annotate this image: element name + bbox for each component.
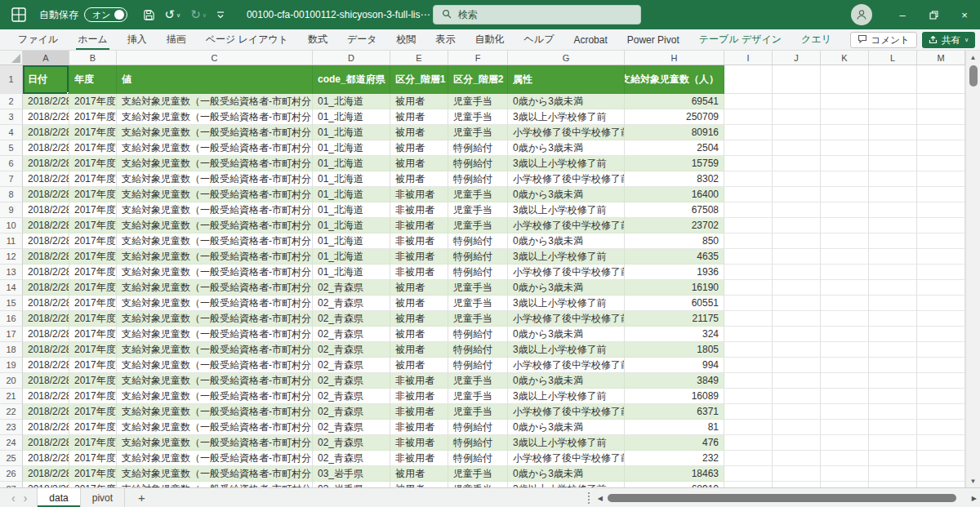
cell[interactable]: 02_青森県 xyxy=(313,358,390,373)
cell[interactable]: 01_北海道 xyxy=(313,187,390,202)
scroll-right-icon[interactable]: ▶ xyxy=(972,495,977,502)
cell[interactable] xyxy=(724,202,773,218)
cell[interactable]: 2018/2/28 xyxy=(23,94,69,109)
cell[interactable] xyxy=(917,435,965,451)
cell[interactable]: 小学校修了後中学校修了前 xyxy=(508,404,625,420)
cell[interactable]: 80916 xyxy=(625,125,724,140)
cell[interactable]: 2018/2/28 xyxy=(23,233,69,249)
cell[interactable] xyxy=(773,435,821,451)
cell[interactable]: 支給対象児童数（一般受給資格者-市町村分） xyxy=(117,280,313,296)
cell[interactable]: 非被用者 xyxy=(390,451,448,466)
ribbon-tab-ヘルプ[interactable]: ヘルプ xyxy=(514,29,564,50)
cell[interactable] xyxy=(724,389,773,404)
scroll-left-icon[interactable]: ◀ xyxy=(598,495,603,502)
cell[interactable]: 支給対象児童数（一般受給資格者-市町村分） xyxy=(117,265,313,280)
cell[interactable] xyxy=(869,280,917,296)
cell[interactable] xyxy=(773,265,821,280)
undo-button[interactable]: ↺∨ xyxy=(161,7,185,23)
horizontal-scrollbar[interactable] xyxy=(608,493,967,503)
cell[interactable]: 2017年度 xyxy=(69,171,117,187)
column-header-D[interactable]: D xyxy=(313,51,390,64)
cell[interactable] xyxy=(917,420,965,435)
cell[interactable]: 支給対象児童数（一般受給資格者-市町村分） xyxy=(117,466,313,482)
cell[interactable] xyxy=(917,373,965,389)
cell[interactable]: 3歳以上小学校修了前 xyxy=(508,109,625,125)
cell[interactable]: 支給対象児童数（一般受給資格者-市町村分） xyxy=(117,109,313,125)
cell[interactable] xyxy=(773,482,821,487)
cell[interactable] xyxy=(821,265,869,280)
cell[interactable]: 2018/2/28 xyxy=(23,280,69,296)
cell[interactable] xyxy=(917,296,965,311)
cell[interactable]: 小学校修了後中学校修了前 xyxy=(508,451,625,466)
row-header-23[interactable]: 23 xyxy=(0,420,23,435)
restore-button[interactable] xyxy=(918,0,949,29)
cell[interactable]: 0歳から3歳未満 xyxy=(508,373,625,389)
cell[interactable]: 476 xyxy=(625,435,724,451)
cell[interactable] xyxy=(724,187,773,202)
cell[interactable]: 2504 xyxy=(625,140,724,156)
cell[interactable]: 0歳から3歳未満 xyxy=(508,140,625,156)
scroll-up-icon[interactable]: ▲ xyxy=(966,51,980,64)
cell[interactable] xyxy=(821,65,869,94)
row-header-18[interactable]: 18 xyxy=(0,342,23,358)
sheet-nav-left-icon[interactable]: ‹ xyxy=(11,491,16,505)
cell[interactable]: 特例給付 xyxy=(448,233,508,249)
cell[interactable] xyxy=(724,171,773,187)
cell[interactable]: 8302 xyxy=(625,171,724,187)
cell[interactable] xyxy=(821,451,869,466)
cell[interactable] xyxy=(821,342,869,358)
cell[interactable] xyxy=(724,404,773,420)
cell[interactable]: 23702 xyxy=(625,218,724,233)
cell[interactable]: 1805 xyxy=(625,342,724,358)
cell[interactable] xyxy=(821,358,869,373)
table-header-cell[interactable]: 年度 xyxy=(69,65,117,94)
row-header-1[interactable]: 1 xyxy=(0,65,23,94)
row-header-15[interactable]: 15 xyxy=(0,296,23,311)
save-icon[interactable] xyxy=(139,7,159,23)
horizontal-scroll-thumb[interactable] xyxy=(608,494,956,502)
tab-splitter-handle[interactable] xyxy=(585,492,593,504)
cell[interactable]: 02_青森県 xyxy=(313,435,390,451)
cell[interactable] xyxy=(869,156,917,171)
cell[interactable]: 69541 xyxy=(625,94,724,109)
ribbon-tab-データ[interactable]: データ xyxy=(337,29,387,50)
cell[interactable] xyxy=(724,358,773,373)
cell[interactable]: 1936 xyxy=(625,265,724,280)
cell[interactable]: 児童手当 xyxy=(448,125,508,140)
sheet-tab-pivot[interactable]: pivot xyxy=(81,488,125,507)
cell[interactable]: 被用者 xyxy=(390,125,448,140)
cell[interactable] xyxy=(773,156,821,171)
cell[interactable]: 2017年度 xyxy=(69,280,117,296)
cell[interactable] xyxy=(821,94,869,109)
cell[interactable]: 01_北海道 xyxy=(313,202,390,218)
cell[interactable] xyxy=(724,327,773,342)
ribbon-tab-Acrobat[interactable]: Acrobat xyxy=(564,29,617,50)
cell[interactable] xyxy=(821,482,869,487)
cell[interactable] xyxy=(773,373,821,389)
cell[interactable] xyxy=(773,65,821,94)
row-header-14[interactable]: 14 xyxy=(0,280,23,296)
cell[interactable]: 支給対象児童数（一般受給資格者-市町村分） xyxy=(117,311,313,327)
row-header-21[interactable]: 21 xyxy=(0,389,23,404)
vertical-scrollbar[interactable]: ▲ ▼ xyxy=(965,51,980,487)
row-header-5[interactable]: 5 xyxy=(0,140,23,156)
cell[interactable]: 02_青森県 xyxy=(313,280,390,296)
cell[interactable]: 2018/2/28 xyxy=(23,404,69,420)
cell[interactable] xyxy=(773,218,821,233)
cell[interactable]: 0歳から3歳未満 xyxy=(508,94,625,109)
cell[interactable]: 4635 xyxy=(625,249,724,265)
cell[interactable]: 2018/2/28 xyxy=(23,373,69,389)
cell[interactable]: 2017年度 xyxy=(69,140,117,156)
column-header-E[interactable]: E xyxy=(390,51,448,64)
cell[interactable]: 16190 xyxy=(625,280,724,296)
cell[interactable] xyxy=(917,65,965,94)
cell[interactable] xyxy=(917,171,965,187)
cell[interactable] xyxy=(773,389,821,404)
cell[interactable] xyxy=(724,218,773,233)
cell[interactable] xyxy=(869,420,917,435)
cell[interactable]: 0歳から3歳未満 xyxy=(508,327,625,342)
table-header-cell[interactable]: 属性 xyxy=(508,65,625,94)
ribbon-tab-自動化[interactable]: 自動化 xyxy=(466,29,514,50)
cell[interactable] xyxy=(869,466,917,482)
cell[interactable]: 被用者 xyxy=(390,311,448,327)
